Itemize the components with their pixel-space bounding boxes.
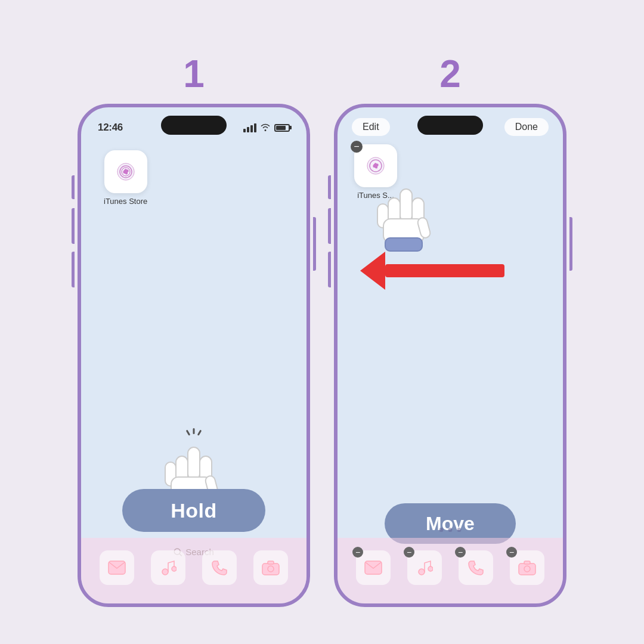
dock-phone-delete[interactable]: − <box>455 547 466 558</box>
dock-mail[interactable] <box>100 550 134 585</box>
dock-1 <box>81 538 306 603</box>
clock: 12:46 <box>98 122 123 134</box>
arrow-head <box>360 252 385 290</box>
done-button[interactable]: Done <box>504 118 549 136</box>
svg-rect-13 <box>262 564 279 575</box>
svg-rect-15 <box>268 561 274 564</box>
itunes-label: iTunes Store <box>104 197 147 206</box>
phone-1: 12:46 <box>78 104 310 607</box>
arrow-left <box>361 252 504 290</box>
hold-label: Hold <box>171 499 217 522</box>
svg-rect-27 <box>519 564 535 575</box>
svg-rect-29 <box>524 561 530 564</box>
status-icons <box>243 123 290 133</box>
app-icon-box <box>104 150 147 193</box>
svg-point-25 <box>419 569 425 575</box>
dock-camera[interactable] <box>253 550 288 585</box>
svg-rect-17 <box>400 189 412 222</box>
signal-icon <box>243 123 256 132</box>
volume-up-button-2 <box>328 208 331 244</box>
dock-music[interactable] <box>151 550 185 585</box>
dock-mail-2[interactable]: − <box>356 550 391 585</box>
phone-2-wrapper: Edit Done − <box>334 104 566 607</box>
svg-point-26 <box>428 566 433 571</box>
battery-icon <box>274 124 290 132</box>
volume-down-button-2 <box>328 252 331 287</box>
volume-up-button <box>72 208 75 244</box>
hold-button[interactable]: Hold <box>122 489 265 532</box>
dynamic-island-2 <box>417 116 483 135</box>
dock-phone[interactable] <box>202 550 237 585</box>
wifi-icon <box>260 123 271 133</box>
delete-badge[interactable]: − <box>351 141 363 153</box>
move-hand-icon <box>373 186 439 260</box>
phone-1-wrapper: 12:46 <box>78 104 310 607</box>
dynamic-island-1 <box>161 116 227 135</box>
svg-rect-10 <box>109 561 125 574</box>
dock-music-2[interactable]: − <box>407 550 442 585</box>
app-icon-itunes[interactable]: iTunes Store <box>104 150 147 206</box>
step-2: 2 Edit Done − <box>334 55 566 607</box>
dock-camera-2[interactable]: − <box>510 550 544 585</box>
step-2-number: 2 <box>439 55 461 93</box>
app-icon-box-2: − <box>354 144 397 187</box>
dock-music-delete[interactable]: − <box>404 547 414 558</box>
dock-phone-2[interactable]: − <box>459 550 493 585</box>
svg-rect-1 <box>188 447 200 480</box>
press-lines <box>185 428 203 446</box>
phone-2: Edit Done − <box>334 104 566 607</box>
volume-silent-button <box>72 175 75 199</box>
volume-down-button <box>72 252 75 287</box>
edit-button[interactable]: Edit <box>352 118 390 136</box>
volume-silent-button-2 <box>328 175 331 199</box>
step-1: 1 12:46 <box>78 55 310 607</box>
page-dots <box>439 528 462 532</box>
arrow-body <box>385 264 504 277</box>
svg-rect-23 <box>385 238 422 251</box>
svg-point-11 <box>162 569 168 575</box>
dock-camera-delete[interactable]: − <box>506 547 517 558</box>
phone-2-screen: − iTunes S... <box>338 138 563 603</box>
power-button <box>313 217 316 271</box>
dock-2: − − <box>338 538 563 603</box>
power-button-2 <box>569 217 572 271</box>
main-container: 1 12:46 <box>78 37 566 607</box>
svg-rect-24 <box>365 561 382 574</box>
step-1-number: 1 <box>183 55 205 93</box>
phone-1-screen: iTunes Store <box>81 138 306 603</box>
dock-mail-delete[interactable]: − <box>352 547 363 558</box>
svg-point-12 <box>172 566 177 571</box>
